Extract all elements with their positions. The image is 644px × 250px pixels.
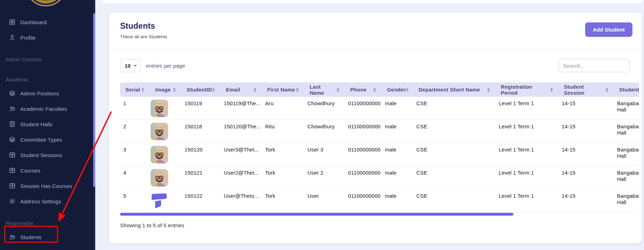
cell-last-name: User 2	[304, 166, 345, 189]
page-size-select[interactable]: 10	[120, 59, 141, 72]
cell-student-id: 150118	[181, 120, 221, 143]
student-photo-avatar	[151, 146, 168, 163]
sidebar-item-academic-faculties[interactable]: Academic Faculties	[0, 101, 95, 116]
sidebar-item-courses[interactable]: Courses	[0, 163, 95, 178]
topbar-sliver	[102, 0, 643, 4]
column-header-label: Student Hall	[619, 87, 639, 93]
sort-arrows-icon	[296, 88, 299, 92]
column-header-student-hall[interactable]: Student Hall	[614, 82, 639, 97]
table-icon	[9, 182, 16, 189]
column-header-label: Registration Period	[501, 84, 550, 96]
sidebar-item-address-settings[interactable]: Address Settings	[0, 194, 95, 209]
column-header-first-name[interactable]: First Name	[262, 82, 304, 97]
page-title: Students	[120, 21, 167, 31]
people-icon	[9, 105, 16, 112]
cell-first-name: Tork	[262, 143, 304, 166]
column-header-registration-period[interactable]: Registration Period	[496, 82, 559, 97]
sidebar-item-label: Session Has Courses	[20, 183, 72, 189]
sidebar-item-student-halls[interactable]: Student Halls	[0, 116, 95, 132]
sort-arrows-icon	[212, 88, 215, 92]
sidebar-item-committee-types[interactable]: Committee Types	[0, 132, 95, 147]
column-header-serial[interactable]: Serial	[120, 82, 150, 97]
annotation-red-box	[4, 226, 58, 243]
table-icon	[9, 167, 16, 174]
cell-registration-period: Level 1 Term 1	[496, 166, 559, 189]
page-subtitle: These all are Students	[120, 34, 167, 39]
layers-icon	[9, 136, 16, 143]
column-header-department-short-name[interactable]: Department Short Name	[413, 82, 496, 97]
column-header-label: Gender	[387, 87, 406, 93]
table-horizontal-scrollbar-thumb[interactable]	[120, 213, 513, 216]
cell-image	[150, 189, 181, 212]
sidebar: DashboardProfileAdmin ControlsAcademicAd…	[0, 0, 95, 250]
cell-department-short-name: CSE	[413, 143, 496, 166]
cell-image	[150, 166, 181, 189]
cell-student-session: 14-15	[559, 166, 614, 189]
cell-student-id: 150121	[181, 166, 221, 189]
cell-image	[150, 120, 181, 143]
column-header-label: Email	[226, 87, 240, 93]
cell-student-id: 150122	[181, 189, 221, 212]
column-header-label: Image	[155, 87, 171, 93]
sort-arrows-icon	[550, 88, 553, 92]
brand-logo-image	[151, 192, 168, 210]
cell-email: User@Theto...	[221, 189, 262, 212]
table-body: 1150119150119@The...AruChowdhury01100000…	[120, 97, 639, 212]
table-header-row: SerialImageStudentIDEmailFirst NameLast …	[120, 82, 639, 97]
column-header-label: Phone	[350, 87, 367, 93]
cell-student-session: 14-15	[559, 120, 614, 143]
column-header-email[interactable]: Email	[221, 82, 262, 97]
column-header-student-session[interactable]: Student Session	[559, 82, 614, 97]
search-input[interactable]	[559, 59, 630, 72]
cell-serial: 1	[120, 97, 150, 120]
cell-first-name: Ritu	[262, 120, 304, 143]
sidebar-item-admin-positions[interactable]: Admin Positions	[0, 86, 95, 101]
student-photo-avatar	[151, 100, 168, 117]
layers-icon	[9, 90, 16, 97]
column-header-label: First Name	[267, 87, 295, 93]
sidebar-item-student-addresses[interactable]: Student Addresses	[0, 245, 95, 250]
sort-arrows-icon	[173, 88, 176, 92]
cell-gender: male	[382, 166, 413, 189]
gear-icon	[9, 198, 16, 205]
column-header-gender[interactable]: Gender	[382, 82, 413, 97]
sidebar-item-label: Profile	[20, 35, 36, 41]
column-header-phone[interactable]: Phone	[345, 82, 382, 97]
sort-arrows-icon	[254, 88, 256, 92]
table-horizontal-scrollbar[interactable]	[120, 213, 639, 216]
cell-department-short-name: CSE	[413, 189, 496, 212]
sidebar-item-student-sessions[interactable]: Student Sessions	[0, 147, 95, 163]
cell-last-name: Chowdhury	[304, 120, 345, 143]
cell-email: User2@Thet...	[221, 166, 262, 189]
sidebar-item-label: Student Sessions	[20, 152, 62, 158]
sidebar-item-label: Dashboard	[20, 19, 47, 25]
cell-serial: 5	[120, 189, 150, 212]
column-header-last-name[interactable]: Last Name	[304, 82, 345, 97]
table-row: 4150121User2@Thet...TorkUser 20110000000…	[120, 166, 639, 189]
cell-student-hall: Bangabandhu Hall	[614, 120, 639, 143]
cell-registration-period: Level 1 Term 1	[496, 143, 559, 166]
add-student-button[interactable]: Add Student	[585, 22, 632, 37]
sidebar-item-dashboard[interactable]: Dashboard	[0, 14, 95, 30]
chevron-down-icon	[133, 63, 137, 68]
students-card: Students These all are Students Add Stud…	[109, 13, 642, 243]
cell-student-hall: Bangabandhu Hall	[614, 166, 639, 189]
cell-email: User3@Thet...	[221, 143, 262, 166]
cell-student-session: 14-15	[559, 143, 614, 166]
cell-email: 150120@The...	[221, 120, 262, 143]
column-header-studentid[interactable]: StudentID	[181, 82, 221, 97]
table-row: 2150118150120@The...RituChowdhury0110000…	[120, 120, 639, 143]
cell-last-name: User	[304, 189, 345, 212]
cell-first-name: Aru	[262, 97, 304, 120]
sort-arrows-icon	[487, 88, 490, 92]
sidebar-item-session-has-courses[interactable]: Session Has Courses	[0, 178, 95, 194]
sidebar-scrollbar-thumb[interactable]	[93, 13, 95, 187]
sort-arrows-icon	[406, 88, 409, 92]
sidebar-item-profile[interactable]: Profile	[0, 30, 95, 45]
cell-student-id: 150119	[181, 97, 221, 120]
cell-image	[150, 97, 181, 120]
column-header-image[interactable]: Image	[150, 82, 181, 97]
cell-first-name: Tork	[262, 166, 304, 189]
sidebar-section-academic: Academic	[0, 76, 95, 83]
table-row: 1150119150119@The...AruChowdhury01100000…	[120, 97, 639, 120]
